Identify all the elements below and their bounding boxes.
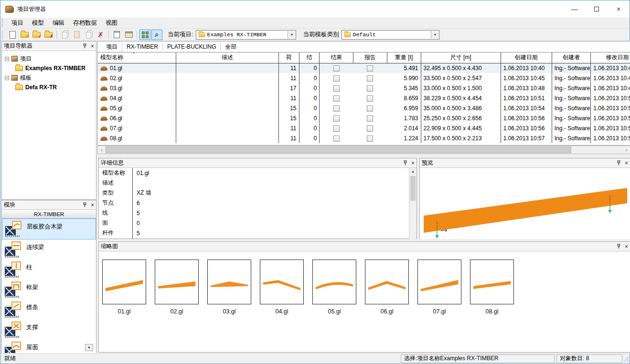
- minimize-button[interactable]: —: [564, 0, 586, 18]
- report-checkbox[interactable]: [367, 75, 373, 82]
- thumbnail-image[interactable]: [155, 260, 199, 304]
- thumbnail-image[interactable]: [102, 260, 146, 304]
- details-scrollbar[interactable]: ▲: [409, 168, 416, 239]
- paste-icon[interactable]: [71, 30, 82, 40]
- results-checkbox[interactable]: [333, 95, 340, 102]
- close-panel-icon[interactable]: ×: [91, 202, 94, 208]
- module-item-continuous[interactable]: 连续梁: [2, 239, 96, 260]
- menu-item[interactable]: 编辑: [48, 19, 69, 27]
- table-row[interactable]: 04.gl 11 0 8.659 38.229 x 0.500 x 4.454 …: [98, 93, 630, 103]
- column-header[interactable]: 模型名称^: [98, 52, 176, 63]
- collapse-icon[interactable]: [5, 57, 9, 61]
- archive-table-icon[interactable]: [123, 30, 134, 40]
- tree-node-templates[interactable]: 模板: [5, 73, 95, 83]
- pin-icon[interactable]: [617, 160, 621, 166]
- close-panel-icon[interactable]: ×: [625, 244, 628, 250]
- thumbnail-item[interactable]: 03.gl: [207, 260, 251, 315]
- report-checkbox[interactable]: [367, 85, 373, 92]
- delete-icon[interactable]: ✗: [95, 30, 106, 40]
- column-header[interactable]: 尺寸 [m]: [421, 52, 501, 63]
- tab-plate-buckling[interactable]: PLATE-BUCKLING: [163, 42, 221, 51]
- report-checkbox[interactable]: [367, 105, 373, 112]
- column-header[interactable]: 结果: [320, 52, 353, 63]
- report-checkbox[interactable]: [367, 135, 373, 142]
- thumbnail-image[interactable]: [470, 260, 514, 304]
- pin-icon[interactable]: [617, 244, 621, 249]
- thumbnail-image[interactable]: [417, 260, 461, 304]
- column-header[interactable]: 创建者: [552, 52, 590, 63]
- column-header[interactable]: 结: [299, 52, 320, 63]
- thumbnail-item[interactable]: 08.gl: [470, 260, 514, 315]
- thumbnail-image[interactable]: [207, 260, 251, 304]
- tab-全部[interactable]: 全部: [221, 42, 241, 52]
- thumbnail-image[interactable]: [365, 260, 409, 304]
- duplicate-icon[interactable]: [83, 30, 94, 40]
- pin-icon[interactable]: [403, 160, 407, 166]
- thumbnail-item[interactable]: 04.gl: [260, 260, 304, 315]
- tab-项目[interactable]: 项目: [102, 42, 122, 52]
- scroll-left-icon[interactable]: ‹: [98, 146, 106, 154]
- column-header[interactable]: 重量 [t]: [387, 52, 421, 63]
- folder-delete-icon[interactable]: ✗: [43, 30, 54, 40]
- horizontal-scrollbar[interactable]: ‹ ›: [97, 146, 630, 154]
- template-category-combobox[interactable]: Default: [342, 30, 439, 40]
- results-checkbox[interactable]: [333, 75, 340, 82]
- results-checkbox[interactable]: [333, 125, 340, 132]
- module-group-header[interactable]: RX-TIMBER: [2, 210, 96, 218]
- column-header[interactable]: 报告: [353, 52, 387, 63]
- current-project-combobox[interactable]: Examples RX-TIMBER: [196, 30, 296, 40]
- table-row[interactable]: 07.gl 11 0 2.014 22.909 x 0.500 x 4.445 …: [98, 123, 630, 133]
- tree-node-default-template[interactable]: Defa RX-TR: [5, 83, 95, 92]
- report-checkbox[interactable]: [367, 125, 373, 132]
- module-item-column[interactable]: 柱: [2, 260, 96, 280]
- copy-icon[interactable]: [59, 30, 70, 40]
- close-panel-icon[interactable]: ×: [91, 43, 94, 49]
- table-row[interactable]: 01.gl 11 0 5.491 32.495 x 0.500 x 4.430 …: [98, 63, 630, 73]
- report-checkbox[interactable]: [367, 95, 373, 102]
- pin-icon[interactable]: [83, 202, 87, 208]
- thumbnail-image[interactable]: [312, 260, 356, 304]
- report-checkbox[interactable]: [367, 65, 373, 72]
- column-header[interactable]: 荷: [278, 52, 299, 63]
- results-checkbox[interactable]: [333, 65, 340, 72]
- results-checkbox[interactable]: [333, 115, 340, 122]
- new-document-icon[interactable]: [7, 30, 18, 40]
- results-checkbox[interactable]: [333, 105, 340, 112]
- new-folder-icon[interactable]: ✱: [19, 30, 30, 40]
- dropdown-arrow-icon[interactable]: [288, 31, 295, 39]
- dropdown-arrow-icon[interactable]: [431, 31, 438, 39]
- thumbnail-item[interactable]: 01.gl: [102, 260, 146, 315]
- scroll-right-icon[interactable]: ›: [622, 146, 630, 154]
- table-row[interactable]: 02.gl 11 0 5.990 33.500 x 0.500 x 2.547 …: [98, 73, 630, 83]
- thumbnail-item[interactable]: 05.gl: [312, 260, 356, 315]
- report-checkbox[interactable]: [367, 115, 373, 122]
- results-checkbox[interactable]: [333, 85, 340, 92]
- table-row[interactable]: 08.gl 11 0 1.224 17.500 x 0.500 x 2.213 …: [98, 133, 630, 143]
- tab-rx-timber[interactable]: RX-TIMBER: [122, 42, 163, 51]
- module-item-glulam[interactable]: 层板胶合木梁: [2, 218, 96, 239]
- close-panel-icon[interactable]: ×: [625, 160, 628, 166]
- resize-grip[interactable]: [622, 355, 629, 362]
- table-row[interactable]: 06.gl 15 0 1.783 25.250 x 0.500 x 2.656 …: [98, 113, 630, 123]
- column-header[interactable]: 描述: [176, 52, 278, 63]
- scroll-down-button[interactable]: [85, 344, 93, 351]
- column-header[interactable]: 修改日期: [591, 52, 630, 63]
- module-item-purlin[interactable]: 檩条: [2, 300, 96, 320]
- collapse-icon[interactable]: [5, 76, 9, 80]
- detail-view-icon[interactable]: ⌕: [151, 30, 162, 40]
- close-button[interactable]: ×: [608, 0, 630, 18]
- module-item-frame[interactable]: 框架: [2, 280, 96, 300]
- pin-icon[interactable]: [83, 43, 87, 49]
- transfer-icon[interactable]: [111, 30, 122, 40]
- thumbnail-item[interactable]: 02.gl: [155, 260, 199, 315]
- preview-viewport[interactable]: [420, 168, 630, 239]
- menu-item[interactable]: 项目: [7, 19, 28, 27]
- table-row[interactable]: 03.gl 17 0 5.345 33.000 x 0.500 x 1.500 …: [98, 83, 630, 93]
- thumbnail-item[interactable]: 06.gl: [365, 260, 409, 315]
- open-folder-check-icon[interactable]: ✓: [31, 30, 42, 40]
- column-header[interactable]: 创建日期: [501, 52, 552, 63]
- table-row[interactable]: 05.gl 15 0 6.959 35.000 x 0.500 x 3.486 …: [98, 103, 630, 113]
- scroll-up-icon[interactable]: ▲: [409, 168, 416, 175]
- module-item-brace[interactable]: 支撑: [2, 320, 96, 340]
- maximize-button[interactable]: [586, 0, 608, 18]
